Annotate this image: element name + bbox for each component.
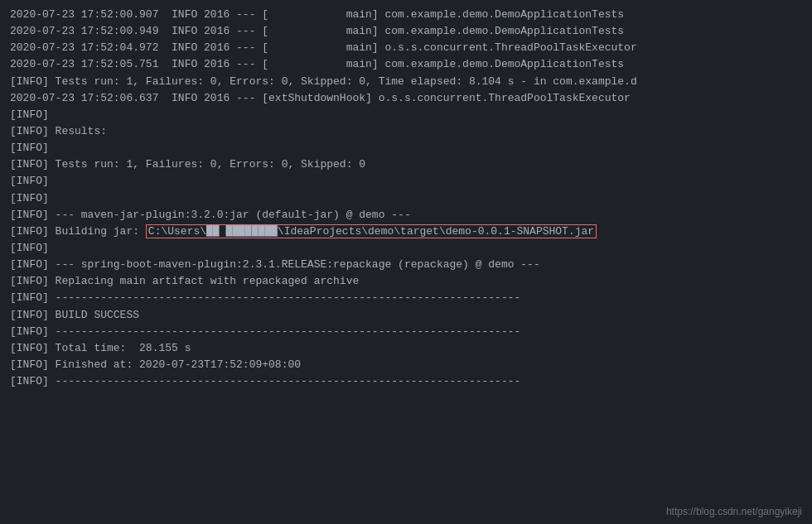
terminal-window: 2020-07-23 17:52:00.907 INFO 2016 --- [ …	[0, 0, 812, 524]
log-line: [INFO] Building jar: C:\Users\██ ███████…	[10, 224, 802, 240]
log-line: [INFO]	[10, 240, 802, 257]
log-line: 2020-07-23 17:52:04.972 INFO 2016 --- [ …	[10, 40, 802, 56]
log-line: [INFO]	[10, 107, 802, 123]
log-line: [INFO] --- maven-jar-plugin:3.2.0:jar (d…	[10, 207, 802, 224]
log-output: 2020-07-23 17:52:00.907 INFO 2016 --- [ …	[10, 7, 802, 390]
log-line: [INFO] Finished at: 2020-07-23T17:52:09+…	[10, 357, 802, 373]
log-line: [INFO] Tests run: 1, Failures: 0, Errors…	[10, 74, 802, 90]
log-line: [INFO] BUILD SUCCESS	[10, 307, 802, 324]
log-line: [INFO] ---------------------------------…	[10, 290, 802, 306]
log-line: 2020-07-23 17:52:00.949 INFO 2016 --- [ …	[10, 23, 802, 40]
log-line: [INFO] Tests run: 1, Failures: 0, Errors…	[10, 156, 802, 173]
log-line: [INFO] Total time: 28.155 s	[10, 340, 802, 357]
log-line: [INFO] ---------------------------------…	[10, 373, 802, 390]
log-line: 2020-07-23 17:52:06.637 INFO 2016 --- [e…	[10, 90, 802, 107]
log-line: [INFO] Replacing main artifact with repa…	[10, 273, 802, 290]
log-line: [INFO]	[10, 190, 802, 207]
log-line: 2020-07-23 17:52:00.907 INFO 2016 --- [ …	[10, 7, 802, 23]
log-line: [INFO]	[10, 140, 802, 156]
log-line: [INFO]	[10, 173, 802, 190]
log-line: [INFO] Results:	[10, 123, 802, 140]
log-line: [INFO] --- spring-boot-maven-plugin:2.3.…	[10, 257, 802, 273]
log-line: [INFO] ---------------------------------…	[10, 324, 802, 340]
highlighted-path: C:\Users\██ ████████\IdeaProjects\demo\t…	[146, 224, 597, 238]
watermark: https://blog.csdn.net/gangyikeji	[666, 506, 802, 517]
log-line: 2020-07-23 17:52:05.751 INFO 2016 --- [ …	[10, 56, 802, 73]
